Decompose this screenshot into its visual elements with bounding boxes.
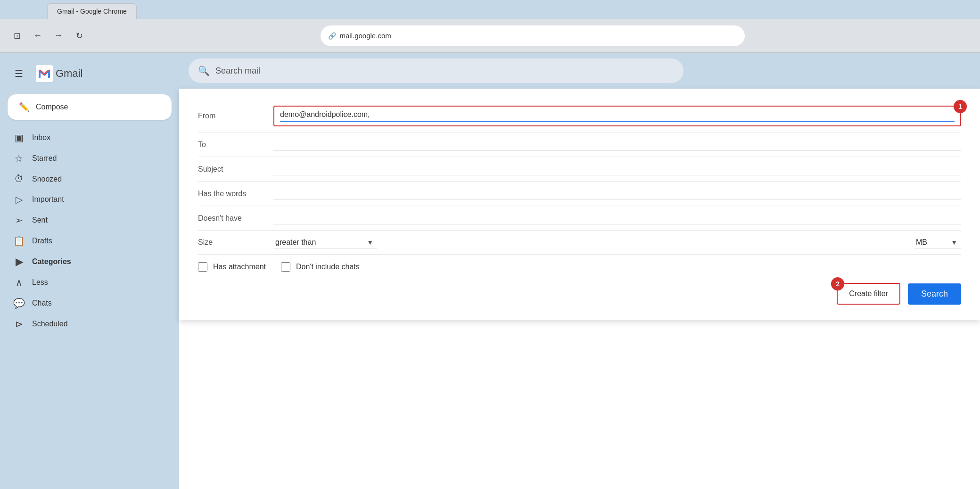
sidebar-item-label: Drafts bbox=[32, 237, 52, 245]
size-unit-select[interactable]: MB GB KB Bytes bbox=[914, 236, 961, 249]
from-label: From bbox=[198, 112, 273, 120]
action-row: 2 Create filter Search bbox=[198, 275, 961, 305]
snoozed-icon: ⏱ bbox=[13, 174, 25, 184]
important-icon: ▷ bbox=[13, 194, 25, 205]
sidebar-item-chats[interactable]: 💬 Chats bbox=[0, 293, 172, 314]
sidebar-item-label: Scheduled bbox=[32, 320, 68, 328]
step-badge-2: 2 bbox=[831, 277, 844, 290]
has-words-label: Has the words bbox=[198, 190, 273, 198]
sidebar-item-inbox[interactable]: ▣ Inbox bbox=[0, 127, 172, 148]
sidebar-item-important[interactable]: ▷ Important bbox=[0, 189, 172, 210]
search-input-wrapper[interactable]: 🔍 Search mail bbox=[189, 58, 684, 83]
sidebar-item-label: Categories bbox=[32, 257, 71, 266]
subject-row: Subject bbox=[198, 157, 961, 182]
sidebar-item-label: Less bbox=[32, 278, 48, 287]
size-label: Size bbox=[198, 238, 273, 247]
doesnt-have-row: Doesn't have bbox=[198, 206, 961, 231]
content-area: 🔍 Search mail From 1 To Subject bbox=[179, 53, 980, 489]
search-placeholder: Search mail bbox=[215, 66, 260, 76]
browser-tab-bar: Gmail - Google Chrome bbox=[0, 0, 980, 19]
sidebar-item-categories[interactable]: ▶ Categories bbox=[0, 251, 172, 272]
url-icon: 🔗 bbox=[328, 32, 336, 40]
sidebar-item-drafts[interactable]: 📋 Drafts bbox=[0, 231, 172, 251]
active-tab[interactable]: Gmail - Google Chrome bbox=[47, 3, 137, 19]
sidebar-toggle-icon[interactable]: ⊡ bbox=[9, 28, 25, 43]
drafts-icon: 📋 bbox=[13, 235, 25, 247]
starred-icon: ☆ bbox=[13, 153, 25, 164]
sidebar: ☰ Gmail ✏️ Compose bbox=[0, 53, 179, 489]
sidebar-item-label: Snoozed bbox=[32, 175, 62, 183]
unit-select-wrapper: MB GB KB Bytes ▼ bbox=[914, 236, 961, 249]
advanced-search-panel: From 1 To Subject Has the words bbox=[179, 89, 980, 320]
subject-input[interactable] bbox=[273, 163, 961, 175]
create-filter-label: Create filter bbox=[849, 290, 888, 298]
doesnt-have-input[interactable] bbox=[273, 212, 961, 224]
has-attachment-checkbox[interactable] bbox=[198, 262, 207, 272]
step-badge-1: 1 bbox=[954, 100, 967, 113]
forward-button[interactable]: → bbox=[51, 28, 66, 43]
to-label: To bbox=[198, 141, 273, 149]
from-field-wrapper: 1 bbox=[273, 106, 961, 126]
sidebar-item-label: Chats bbox=[32, 299, 52, 307]
gmail-label: Gmail bbox=[56, 67, 82, 80]
inbox-icon: ▣ bbox=[13, 132, 25, 143]
browser-nav: ⊡ ← → ↻ bbox=[9, 28, 87, 43]
browser-chrome: ⊡ ← → ↻ 🔗 mail.google.com bbox=[0, 19, 980, 53]
scheduled-icon: ⊳ bbox=[13, 318, 25, 330]
categories-icon: ▶ bbox=[13, 256, 25, 267]
url-text: mail.google.com bbox=[340, 32, 391, 40]
size-row: Size greater than less than ▼ MB GB KB B… bbox=[198, 231, 961, 255]
dont-include-chats-checkbox[interactable] bbox=[281, 262, 290, 272]
back-button[interactable]: ← bbox=[30, 28, 45, 43]
sidebar-item-label: Inbox bbox=[32, 133, 50, 142]
checkbox-row: Has attachment Don't include chats bbox=[198, 255, 961, 275]
sidebar-item-label: Starred bbox=[32, 154, 57, 163]
subject-label: Subject bbox=[198, 165, 273, 174]
dont-include-chats-checkbox-label[interactable]: Don't include chats bbox=[281, 262, 360, 272]
has-words-row: Has the words bbox=[198, 182, 961, 206]
search-button[interactable]: Search bbox=[908, 283, 961, 305]
sidebar-item-less[interactable]: ∧ Less bbox=[0, 272, 172, 293]
to-input[interactable] bbox=[273, 138, 961, 151]
sidebar-item-sent[interactable]: ➢ Sent bbox=[0, 210, 172, 231]
size-comparison-select[interactable]: greater than less than bbox=[273, 236, 377, 249]
compose-label: Compose bbox=[36, 103, 68, 111]
sidebar-item-snoozed[interactable]: ⏱ Snoozed bbox=[0, 169, 172, 189]
search-button-label: Search bbox=[921, 289, 948, 298]
main-layout: ☰ Gmail ✏️ Compose bbox=[0, 53, 980, 489]
sidebar-item-starred[interactable]: ☆ Starred bbox=[0, 148, 172, 169]
to-row: To bbox=[198, 133, 961, 157]
has-attachment-label: Has attachment bbox=[213, 263, 266, 271]
sidebar-item-label: Important bbox=[32, 195, 64, 204]
size-select-wrapper: greater than less than ▼ bbox=[273, 236, 377, 249]
has-words-input[interactable] bbox=[273, 187, 961, 200]
has-attachment-checkbox-label[interactable]: Has attachment bbox=[198, 262, 266, 272]
sidebar-item-scheduled[interactable]: ⊳ Scheduled bbox=[0, 314, 172, 334]
pencil-icon: ✏️ bbox=[19, 102, 29, 112]
create-filter-button[interactable]: 2 Create filter bbox=[837, 283, 900, 305]
search-icon: 🔍 bbox=[198, 65, 210, 76]
from-row: From 1 bbox=[198, 100, 961, 133]
sent-icon: ➢ bbox=[13, 215, 25, 226]
address-bar[interactable]: 🔗 mail.google.com bbox=[321, 25, 745, 46]
compose-button[interactable]: ✏️ Compose bbox=[8, 94, 172, 120]
doesnt-have-label: Doesn't have bbox=[198, 214, 273, 223]
search-bar: 🔍 Search mail bbox=[179, 53, 980, 89]
sidebar-item-label: Sent bbox=[32, 216, 48, 224]
refresh-button[interactable]: ↻ bbox=[72, 28, 87, 43]
gmail-header: ☰ Gmail bbox=[0, 60, 179, 91]
gmail-m-icon bbox=[36, 65, 53, 82]
less-icon: ∧ bbox=[13, 277, 25, 288]
gmail-logo: Gmail bbox=[36, 65, 82, 82]
dont-include-chats-label: Don't include chats bbox=[296, 263, 360, 271]
chats-icon: 💬 bbox=[13, 298, 25, 309]
from-input[interactable] bbox=[280, 110, 955, 122]
hamburger-icon[interactable]: ☰ bbox=[9, 64, 28, 83]
